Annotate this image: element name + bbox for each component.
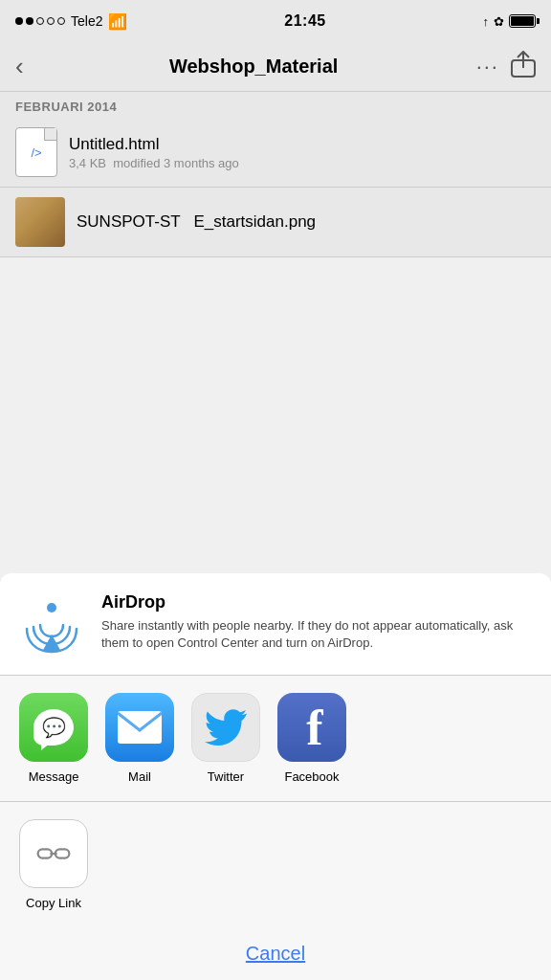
- share-twitter-button[interactable]: Twitter: [191, 693, 260, 784]
- mail-label: Mail: [128, 769, 151, 784]
- signal-dot-2: [26, 17, 33, 25]
- copy-link-label: Copy Link: [26, 896, 81, 910]
- svg-point-2: [47, 603, 56, 612]
- file-name-html: Untitled.html: [69, 135, 536, 154]
- file-item-html[interactable]: /> Untitled.html 3,4 KB modified 3 month…: [0, 118, 551, 188]
- file-list-area: FEBRUARI 2014 /> Untitled.html 3,4 KB mo…: [0, 92, 551, 257]
- facebook-label: Facebook: [284, 769, 339, 784]
- svg-rect-3: [118, 711, 162, 744]
- signal-dot-3: [36, 17, 44, 25]
- section-header: FEBRUARI 2014: [0, 92, 551, 118]
- copy-link-icon: [19, 819, 88, 888]
- share-button[interactable]: [511, 51, 536, 83]
- file-thumbnail-png: [15, 197, 65, 247]
- bluetooth-icon: ✿: [494, 14, 504, 29]
- signal-dots: [15, 17, 65, 25]
- airdrop-section: AirDrop Share instantly with people near…: [0, 573, 551, 676]
- facebook-f-letter: f: [306, 700, 322, 756]
- nav-title: Webshop_Material: [169, 56, 338, 78]
- app-row: 💬 Message Mail Twitter: [0, 676, 551, 802]
- share-mail-button[interactable]: Mail: [105, 693, 174, 784]
- back-button[interactable]: ‹: [15, 48, 32, 85]
- action-row: Copy Link: [0, 802, 551, 927]
- cancel-button[interactable]: Cancel: [246, 943, 305, 965]
- status-time: 21:45: [284, 12, 325, 30]
- more-options-button[interactable]: ···: [476, 55, 499, 79]
- airdrop-title: AirDrop: [101, 592, 532, 612]
- twitter-label: Twitter: [208, 769, 244, 784]
- messages-icon: 💬: [19, 693, 88, 762]
- mail-icon: [105, 693, 174, 762]
- twitter-icon: [191, 693, 260, 762]
- airdrop-icon: [19, 592, 84, 657]
- file-name-png: SUNSPOT-ST E_startsidan.png: [77, 212, 316, 232]
- file-meta-html: 3,4 KB modified 3 months ago: [69, 156, 536, 170]
- airdrop-text: AirDrop Share instantly with people near…: [101, 592, 532, 652]
- status-bar: Tele2 📶 21:45 ↑ ✿: [0, 0, 551, 42]
- signal-dot-1: [15, 17, 23, 25]
- cancel-row: Cancel: [0, 927, 551, 980]
- nav-actions: ···: [476, 51, 536, 83]
- file-icon-text: />: [31, 145, 41, 160]
- facebook-icon: f: [277, 693, 346, 762]
- file-item-png[interactable]: SUNSPOT-ST E_startsidan.png: [0, 188, 551, 257]
- file-info-html: Untitled.html 3,4 KB modified 3 months a…: [69, 135, 536, 170]
- signal-dot-4: [47, 17, 55, 25]
- battery-fill: [511, 16, 534, 26]
- airdrop-description: Share instantly with people nearby. If t…: [101, 617, 532, 652]
- nav-bar: ‹ Webshop_Material ···: [0, 42, 551, 92]
- status-right: ↑ ✿: [482, 14, 536, 29]
- messages-label: Message: [29, 769, 79, 784]
- wifi-icon: 📶: [108, 12, 127, 31]
- svg-rect-4: [38, 849, 53, 858]
- svg-rect-5: [55, 849, 70, 858]
- share-sheet: AirDrop Share instantly with people near…: [0, 573, 551, 980]
- message-bubble-icon: 💬: [33, 709, 74, 746]
- location-icon: ↑: [482, 14, 489, 29]
- carrier-label: Tele2: [71, 13, 102, 29]
- share-facebook-button[interactable]: f Facebook: [277, 693, 346, 784]
- battery-icon: [509, 14, 536, 28]
- copy-link-button[interactable]: Copy Link: [19, 819, 88, 910]
- share-messages-button[interactable]: 💬 Message: [19, 693, 88, 784]
- status-left: Tele2 📶: [15, 12, 127, 31]
- file-icon-html: />: [15, 127, 57, 177]
- signal-dot-5: [57, 17, 65, 25]
